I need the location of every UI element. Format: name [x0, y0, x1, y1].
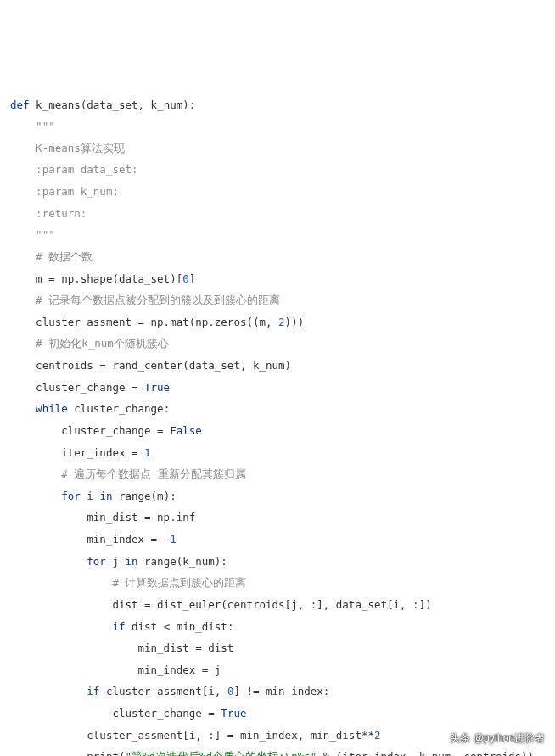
watermark-text: 头条 @python进阶者 [450, 728, 545, 749]
code-line: min_index = - [10, 533, 170, 546]
keyword-if: if [87, 685, 99, 697]
comment: # 数据个数 [10, 250, 92, 263]
params: (data_set, k_num): [81, 98, 195, 111]
code-line: m = np.shape(data_set)[ [10, 272, 182, 285]
code-line [10, 620, 112, 633]
keyword-def: def [10, 98, 30, 111]
code-line: iter_index = [10, 446, 144, 459]
code-line [10, 402, 36, 415]
code-line: range(k_num): [138, 555, 227, 568]
code-line [10, 490, 61, 502]
bool-false: False [170, 424, 202, 437]
code-line: min_index = j [10, 664, 221, 676]
keyword-if: if [112, 620, 125, 633]
code-line [10, 685, 87, 697]
code-line: dist < min_dist: [125, 620, 233, 633]
comment: # 初始化k_num个随机簇心 [10, 337, 169, 350]
code-line: cluster_change = [10, 707, 221, 720]
keyword-in: in [99, 490, 112, 502]
bool-true: True [144, 381, 170, 394]
code-line: cluster_assment[i, [99, 685, 227, 697]
code-line: cluster_assment = np.mat(np.zeros((m, [10, 316, 278, 328]
docstring-open: """ [10, 120, 55, 132]
comment: # 遍历每个数据点 重新分配其簇归属 [10, 468, 246, 480]
number: 2 [374, 729, 381, 742]
number: 1 [144, 446, 151, 459]
code-line: ))) [285, 316, 305, 328]
comment: # 计算数据点到簇心的距离 [10, 576, 246, 589]
comment: # 记录每个数据点被分配到的簇以及到簇心的距离 [10, 294, 280, 306]
code-line: cluster_change = [10, 381, 144, 394]
keyword-for: for [87, 555, 106, 568]
number: 2 [278, 316, 285, 328]
docstring-line: :return: [10, 207, 87, 220]
docstring-line: K-means算法实现 [10, 142, 125, 154]
code-line: cluster_change: [68, 402, 170, 415]
number: 0 [182, 272, 189, 285]
code-line: ] [189, 272, 196, 285]
code-line: j [106, 555, 126, 568]
code-line: dist = dist_euler(centroids[j, :], data_… [10, 598, 432, 611]
code-line: cluster_change = [10, 424, 170, 437]
keyword-in: in [125, 555, 137, 568]
code-line: range(m): [112, 490, 176, 502]
code-line: centroids = rand_center(data_set, k_num) [10, 359, 291, 372]
docstring-line: :param k_num: [10, 185, 119, 198]
code-line: ] != min_index: [233, 685, 329, 697]
function-name: k_means [36, 98, 81, 111]
code-line: print( [10, 750, 125, 756]
number: 1 [170, 533, 177, 546]
docstring-line: :param data_set: [10, 163, 138, 176]
code-line: min_dist = np.inf [10, 511, 195, 524]
code-block: def k_means(data_set, k_num): """ K-mean… [10, 94, 545, 757]
keyword-while: while [36, 402, 68, 415]
code-line: i [81, 490, 100, 502]
code-line [10, 555, 87, 568]
code-line: min_dist = dist [10, 641, 233, 654]
bool-true: True [221, 707, 246, 720]
keyword-for: for [61, 490, 81, 502]
string-literal: "第%d次迭代后%d个质心的坐标:\n%s" [125, 750, 317, 756]
code-line: cluster_assment[i, :] = min_index, min_d… [10, 729, 374, 742]
docstring-close: """ [10, 228, 55, 241]
code-line: % (iter_index, k_num, centroids)) [317, 750, 534, 756]
